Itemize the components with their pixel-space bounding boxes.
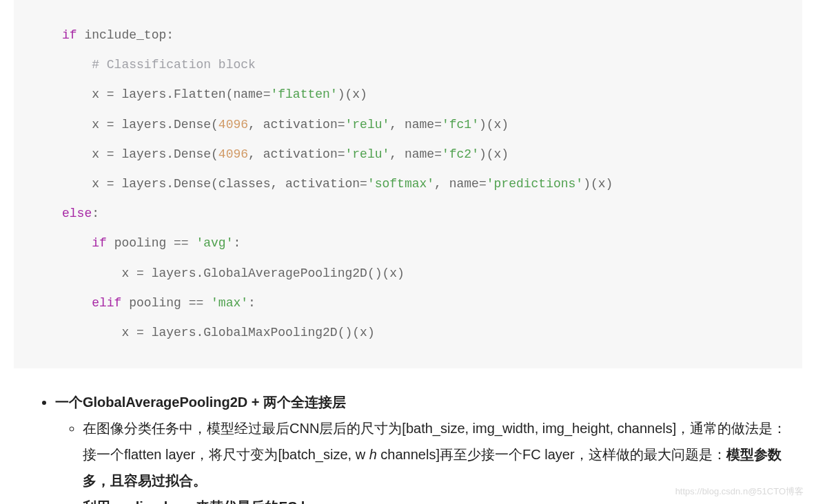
code-line: x = layers.Flatten(name='flatten')(x): [62, 80, 802, 109]
code-line: x = layers.Dense(4096, activation='relu'…: [62, 140, 802, 169]
code-block: if include_top: # Classification block x…: [14, 0, 802, 368]
emphasis: h: [369, 447, 377, 462]
code-line: if pooling == 'avg':: [62, 229, 802, 258]
code-line: # Classification block: [62, 50, 802, 80]
paragraph-text: channels]再至少接一个FC layer，这样做的最大问题是：: [377, 447, 726, 462]
code-line: x = layers.Dense(4096, activation='relu'…: [62, 110, 802, 140]
article-section: 一个GlobalAveragePooling2D + 两个全连接层 在图像分类任…: [28, 389, 788, 504]
code-line: else:: [62, 199, 802, 229]
code-line: x = layers.GlobalAveragePooling2D()(x): [62, 259, 802, 288]
code-line: elif pooling == 'max':: [62, 288, 802, 318]
bullet-title: 一个GlobalAveragePooling2D + 两个全连接层: [55, 395, 346, 410]
code-line: x = layers.Dense(classes, activation='so…: [62, 169, 802, 199]
watermark: https://blog.csdn.n@51CTO博客: [675, 485, 804, 498]
bullet-bold: 利用pooling layer来替代最后的FC layer: [83, 499, 333, 504]
code-line: if include_top:: [62, 21, 802, 50]
list-item: 在图像分类任务中，模型经过最后CNN层后的尺寸为[bath_size, img_…: [83, 415, 788, 494]
code-line: x = layers.GlobalMaxPooling2D()(x): [62, 318, 802, 348]
